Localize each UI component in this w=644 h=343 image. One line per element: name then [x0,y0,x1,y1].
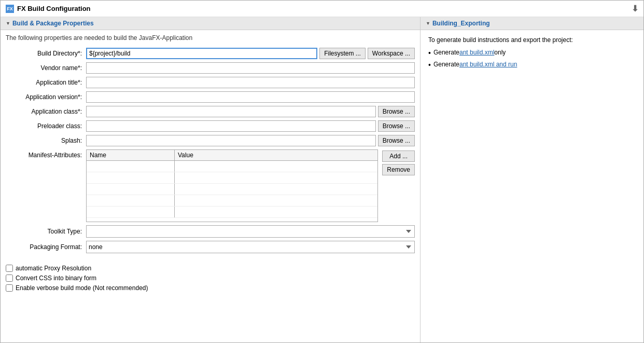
checkbox-proxy-label: automatic Proxy Resolution [16,265,91,272]
checkbox-css-row: Convert CSS into binary form [6,275,415,282]
app-version-row: Application version*: [6,91,415,103]
checkbox-proxy-row: automatic Proxy Resolution [6,265,415,272]
app-title-row: Application title*: [6,77,415,88]
checkbox-proxy[interactable] [6,265,13,272]
section-description: The following properties are needed to b… [1,30,420,46]
app-title-label: Application title*: [6,79,86,86]
checkbox-verbose-row: Enable verbose build mode (Not recommend… [6,284,415,292]
build-package-title: Build & Package Properties [12,20,94,27]
manifest-table-body [87,161,377,218]
building-exporting-title: Building_Exporting [432,20,490,27]
manifest-cell-value-1 [175,161,377,172]
manifest-cell-name-2 [87,172,175,183]
preloader-class-input[interactable] [86,120,376,132]
manifest-cell-name-5 [87,207,175,217]
building-exporting-header: Building_Exporting [421,17,643,30]
manifest-row: Manifest-Attributes: Name Value [6,149,415,222]
manifest-value-header: Value [175,150,377,160]
manifest-label: Manifest-Attributes: [6,149,86,159]
checkbox-css-label: Convert CSS into binary form [16,275,96,282]
right-panel: Building_Exporting To generate build ins… [421,17,643,342]
window-title: FX Build Configuration [17,5,91,12]
manifest-cell-name-4 [87,195,175,206]
packaging-format-row: Packaging Format: none [6,241,415,253]
left-panel: Build & Package Properties The following… [1,17,421,342]
fx-icon: FX [6,5,14,13]
bullet-text-after-1: only [494,49,506,56]
toolkit-type-label: Toolkit Type: [6,228,86,235]
bullet-text-before-1: Generate [433,49,459,56]
main-content: Build & Package Properties The following… [1,17,643,342]
app-class-label: Application class*: [6,108,86,115]
table-row [87,161,377,172]
table-row [87,172,377,184]
packaging-format-label: Packaging Format: [6,243,86,251]
bullet-symbol-2: • [428,61,431,70]
packaging-format-select[interactable]: none [86,241,415,253]
splash-label: Splash: [6,137,86,144]
fx-build-configuration-window: FX FX Build Configuration ⬇ Build & Pack… [0,0,644,343]
table-row [87,195,377,207]
checkbox-verbose[interactable] [6,284,13,292]
build-package-section-header: Build & Package Properties [1,17,420,30]
ant-build-xml-link[interactable]: ant build.xml [459,49,494,56]
toolkit-type-row: Toolkit Type: [6,225,415,238]
preloader-class-label: Preloader class: [6,122,86,130]
build-directory-label: Build Directory*: [6,50,86,57]
nbsp-text [428,73,636,80]
preloader-class-row: Preloader class: Browse ... [6,120,415,132]
vendor-name-row: Vendor name*: [6,62,415,74]
app-version-input[interactable] [86,91,415,103]
checkbox-css[interactable] [6,275,13,282]
bullet-symbol-1: • [428,49,431,58]
manifest-add-button[interactable]: Add ... [382,150,415,162]
table-row [87,184,377,195]
form-area: Build Directory*: Filesystem ... Workspa… [1,46,420,262]
app-version-label: Application version*: [6,93,86,101]
app-title-input[interactable] [86,77,415,88]
workspace-button[interactable]: Workspace ... [368,48,415,59]
manifest-cell-value-2 [175,172,377,183]
manifest-cell-value-3 [175,184,377,195]
preloader-browse-button[interactable]: Browse ... [378,120,415,132]
splash-input[interactable] [86,135,376,146]
manifest-cell-name-3 [87,184,175,195]
right-description: To generate build instructions and expor… [428,36,636,44]
splash-row: Splash: Browse ... [6,135,415,146]
title-bar: FX FX Build Configuration ⬇ [1,1,643,17]
vendor-name-label: Vendor name*: [6,64,86,72]
manifest-buttons: Add ... Remove [380,149,415,222]
manifest-cell-value-5 [175,207,377,217]
app-class-browse-button[interactable]: Browse ... [378,106,415,117]
build-directory-input[interactable] [86,48,317,59]
build-directory-row: Build Directory*: Filesystem ... Workspa… [6,48,415,59]
bullet-item-2: • Generate ant build.xml and run [428,61,636,70]
manifest-cell-name-1 [87,161,175,172]
app-class-row: Application class*: Browse ... [6,106,415,117]
manifest-table-area: Name Value [86,149,415,222]
toolkit-type-select[interactable] [86,225,415,238]
manifest-table-header: Name Value [87,150,377,161]
filesystem-button[interactable]: Filesystem ... [319,48,366,59]
checkbox-verbose-label: Enable verbose build mode (Not recommend… [16,284,148,292]
vendor-name-input[interactable] [86,62,415,74]
manifest-remove-button[interactable]: Remove [382,164,415,175]
manifest-name-header: Name [87,150,175,160]
manifest-table: Name Value [86,149,378,222]
checkbox-area: automatic Proxy Resolution Convert CSS i… [1,262,420,297]
export-icon: ⬇ [632,4,638,13]
ant-build-xml-run-link[interactable]: ant build.xml and run [459,61,517,68]
splash-browse-button[interactable]: Browse ... [378,135,415,146]
bullet-item-1: • Generate ant build.xml only [428,49,636,58]
app-class-input[interactable] [86,106,376,117]
manifest-cell-value-4 [175,195,377,206]
bullet-text-before-2: Generate [433,61,459,68]
table-row [87,207,377,218]
